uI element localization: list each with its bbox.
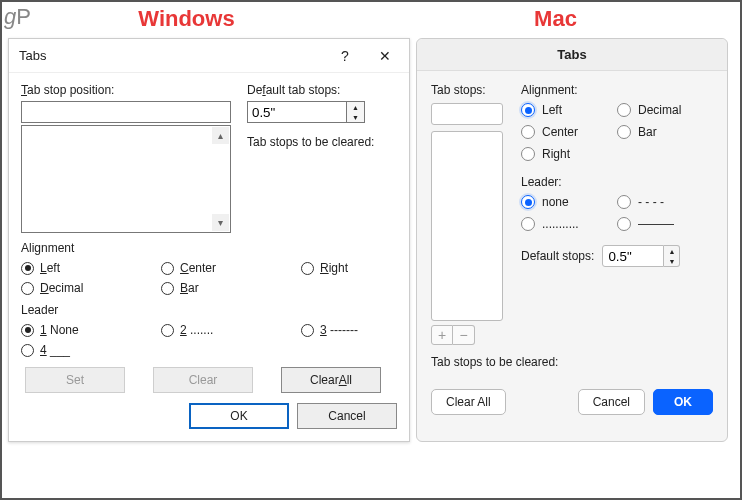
mac-alignment-center-radio[interactable]: Center [521,125,617,139]
logo: gP [4,4,31,30]
scroll-down-icon[interactable]: ▾ [212,214,229,231]
tab-stop-position-input[interactable] [21,101,231,123]
leader-section-label: Leader [21,303,397,317]
mac-alignment-label: Alignment: [521,83,713,97]
mac-default-stops-label: Default stops: [521,249,594,263]
alignment-section-label: Alignment [21,241,397,255]
windows-heading: Windows [2,2,371,38]
mac-clear-all-button[interactable]: Clear All [431,389,506,415]
clear-button[interactable]: Clear [153,367,253,393]
alignment-center-radio[interactable]: Center [161,261,301,275]
scroll-up-icon[interactable]: ▴ [212,127,229,144]
leader-4-underline-radio[interactable]: 4 ___ [21,343,161,357]
mac-leader-underline-radio[interactable]: ——— [617,217,713,231]
leader-1-none-radio[interactable]: 1 None [21,323,161,337]
ok-button[interactable]: OK [189,403,289,429]
spinner-down-icon[interactable]: ▼ [347,112,364,122]
mac-leader-dots-radio[interactable]: ........... [521,217,617,231]
windows-titlebar: Tabs ? ✕ [9,39,409,73]
mac-leader-dashes-radio[interactable]: - - - - [617,195,713,209]
mac-heading: Mac [371,2,740,38]
mac-cancel-button[interactable]: Cancel [578,389,645,415]
remove-tab-stop-button[interactable]: − [453,325,475,345]
mac-alignment-left-radio[interactable]: Left [521,103,617,117]
mac-tab-stop-listbox[interactable] [431,131,503,321]
mac-to-be-cleared-label: Tab stops to be cleared: [431,355,713,369]
alignment-bar-radio[interactable]: Bar [161,281,301,295]
set-button[interactable]: Set [25,367,125,393]
mac-alignment-right-radio[interactable]: Right [521,147,617,161]
close-button[interactable]: ✕ [365,39,405,73]
mac-leader-none-radio[interactable]: none [521,195,617,209]
help-button[interactable]: ? [325,39,365,73]
default-tab-stops-input[interactable] [247,101,347,123]
leader-3-dashes-radio[interactable]: 3 ------- [301,323,401,337]
mac-spinner-down-icon[interactable]: ▼ [664,256,679,266]
clear-all-button[interactable]: Clear All [281,367,381,393]
mac-alignment-decimal-radio[interactable]: Decimal [617,103,713,117]
alignment-right-radio[interactable]: Right [301,261,401,275]
windows-tabs-dialog: Tabs ? ✕ Tab stop position: ▴ ▾ [8,38,410,442]
leader-2-dots-radio[interactable]: 2 ....... [161,323,301,337]
cancel-button[interactable]: Cancel [297,403,397,429]
tab-stop-listbox[interactable]: ▴ ▾ [21,125,231,233]
tab-stop-position-label: Tab stop position: [21,83,231,97]
scrollbar[interactable]: ▴ ▾ [212,127,229,231]
windows-title: Tabs [19,48,325,63]
alignment-decimal-radio[interactable]: Decimal [21,281,161,295]
mac-title: Tabs [417,39,727,71]
to-be-cleared-label: Tab stops to be cleared: [247,135,397,149]
mac-tabs-dialog: Tabs Tab stops: + − Alignment: [416,38,728,442]
default-tab-stops-spinner[interactable]: ▲ ▼ [247,101,397,123]
mac-tab-stops-label: Tab stops: [431,83,509,97]
spinner-up-icon[interactable]: ▲ [347,102,364,112]
add-tab-stop-button[interactable]: + [431,325,453,345]
default-tab-stops-label: Default tab stops: [247,83,397,97]
mac-ok-button[interactable]: OK [653,389,713,415]
mac-alignment-bar-radio[interactable]: Bar [617,125,713,139]
mac-default-stops-input[interactable] [602,245,664,267]
mac-spinner-up-icon[interactable]: ▲ [664,246,679,256]
mac-tab-stop-input[interactable] [431,103,503,125]
mac-default-stops-spinner[interactable]: ▲ ▼ [602,245,680,267]
alignment-left-radio[interactable]: Left [21,261,161,275]
mac-leader-label: Leader: [521,175,713,189]
